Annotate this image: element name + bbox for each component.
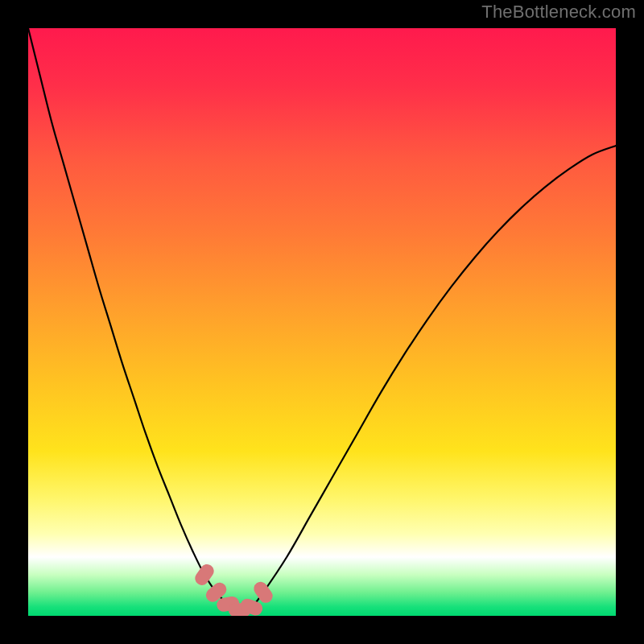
plot-area	[28, 28, 616, 616]
chart-svg	[28, 28, 616, 616]
watermark-text: TheBottleneck.com	[481, 2, 636, 23]
chart-frame: TheBottleneck.com	[0, 0, 644, 644]
gradient-background	[28, 28, 616, 616]
